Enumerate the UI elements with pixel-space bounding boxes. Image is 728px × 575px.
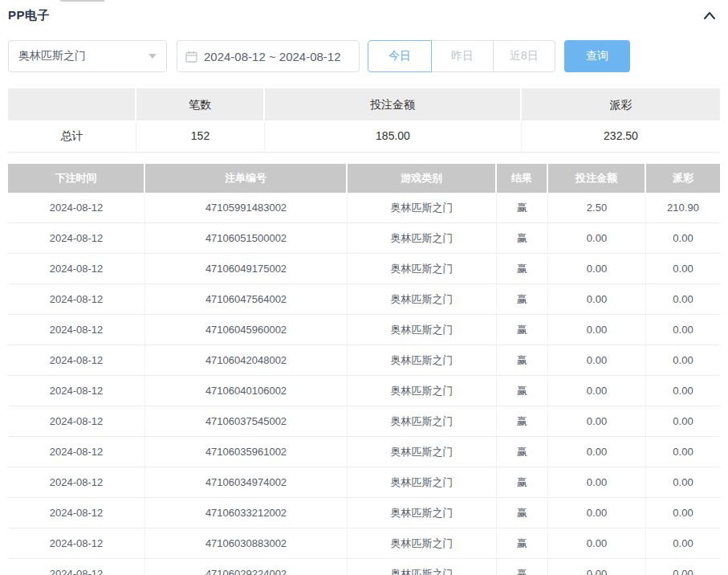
cell-bet-amount: 0.00 xyxy=(548,315,646,345)
today-button[interactable]: 今日 xyxy=(368,40,432,72)
cell-payout: 0.00 xyxy=(646,345,720,376)
cell-bet-amount: 0.00 xyxy=(548,406,646,437)
cell-bet-amount: 0.00 xyxy=(548,345,646,376)
cell-payout: 0.00 xyxy=(646,315,720,345)
caret-down-icon xyxy=(148,54,157,59)
cell-result: 赢 xyxy=(497,376,548,406)
col-bet-id: 注单编号 xyxy=(145,164,348,193)
cell-result: 赢 xyxy=(497,223,548,254)
filter-bar: 奥林匹斯之门 2024-08-12 ~ 2024-08-12 今日 昨日 近8日… xyxy=(8,40,720,72)
bet-records-table: 下注时间 注单编号 游戏类别 结果 投注金额 派彩 2024-08-12 471… xyxy=(8,164,720,575)
summary-total-payout: 232.50 xyxy=(522,120,720,153)
table-row: 2024-08-12 47106045960002 奥林匹斯之门 赢 0.00 … xyxy=(8,315,720,345)
cell-bet-time: 2024-08-12 xyxy=(8,345,145,376)
col-game-type: 游戏类别 xyxy=(348,164,497,193)
table-row: 2024-08-12 47105991483002 奥林匹斯之门 赢 2.50 … xyxy=(8,193,720,223)
cell-payout: 210.90 xyxy=(646,193,720,223)
cell-bet-time: 2024-08-12 xyxy=(8,193,145,223)
cell-game-type: 奥林匹斯之门 xyxy=(348,528,497,559)
cell-bet-id: 47106037545002 xyxy=(145,406,348,437)
cell-bet-time: 2024-08-12 xyxy=(8,315,145,345)
game-select[interactable]: 奥林匹斯之门 xyxy=(8,40,167,72)
cell-bet-id: 47105991483002 xyxy=(145,193,348,223)
table-row: 2024-08-12 47106033212002 奥林匹斯之门 赢 0.00 … xyxy=(8,498,720,528)
cell-payout: 0.00 xyxy=(646,437,720,467)
cell-payout: 0.00 xyxy=(646,223,720,254)
cell-bet-id: 47106040106002 xyxy=(145,376,348,406)
panel-header: PP电子 xyxy=(8,0,720,23)
table-row: 2024-08-12 47106049175002 奥林匹斯之门 赢 0.00 … xyxy=(8,254,720,284)
cell-bet-amount: 0.00 xyxy=(548,498,646,528)
col-payout: 派彩 xyxy=(646,164,720,193)
yesterday-button[interactable]: 昨日 xyxy=(431,40,494,72)
game-select-value: 奥林匹斯之门 xyxy=(18,49,86,63)
cell-result: 赢 xyxy=(497,528,548,559)
cell-payout: 0.00 xyxy=(646,284,720,315)
col-bet-amount: 投注金额 xyxy=(548,164,646,193)
bet-table-body: 2024-08-12 47105991483002 奥林匹斯之门 赢 2.50 … xyxy=(8,193,720,575)
viewport-artifact xyxy=(60,0,104,2)
summary-table: 笔数 投注金额 派彩 总计 152 185.00 232.50 xyxy=(8,88,720,153)
cell-payout: 0.00 xyxy=(646,559,720,575)
cell-result: 赢 xyxy=(497,498,548,528)
cell-result: 赢 xyxy=(497,406,548,437)
table-row: 2024-08-12 47106051500002 奥林匹斯之门 赢 0.00 … xyxy=(8,223,720,254)
calendar-icon xyxy=(185,51,204,63)
cell-result: 赢 xyxy=(497,284,548,315)
table-row: 2024-08-12 47106034974002 奥林匹斯之门 赢 0.00 … xyxy=(8,467,720,498)
cell-game-type: 奥林匹斯之门 xyxy=(348,223,497,254)
cell-bet-id: 47106035961002 xyxy=(145,437,348,467)
summary-total-row: 总计 152 185.00 232.50 xyxy=(8,120,720,153)
cell-bet-time: 2024-08-12 xyxy=(8,437,145,467)
cell-bet-amount: 0.00 xyxy=(548,559,646,575)
cell-bet-time: 2024-08-12 xyxy=(8,406,145,437)
cell-bet-time: 2024-08-12 xyxy=(8,498,145,528)
cell-bet-time: 2024-08-12 xyxy=(8,528,145,559)
cell-result: 赢 xyxy=(497,345,548,376)
search-button[interactable]: 查询 xyxy=(564,40,630,72)
summary-header-payout: 派彩 xyxy=(522,88,720,120)
summary-total-count: 152 xyxy=(136,120,265,153)
cell-game-type: 奥林匹斯之门 xyxy=(348,254,497,284)
cell-result: 赢 xyxy=(497,437,548,467)
summary-header-bet-amount: 投注金额 xyxy=(265,88,522,120)
collapse-button[interactable] xyxy=(702,10,717,22)
cell-bet-id: 47106033212002 xyxy=(145,498,348,528)
table-row: 2024-08-12 47106037545002 奥林匹斯之门 赢 0.00 … xyxy=(8,406,720,437)
quick-range-group: 今日 昨日 近8日 xyxy=(368,40,555,72)
cell-bet-id: 47106049175002 xyxy=(145,254,348,284)
pp-electronic-panel: PP电子 奥林匹斯之门 2024-08-12 ~ 2024-08-12 xyxy=(0,0,728,575)
cell-bet-id: 47106045960002 xyxy=(145,315,348,345)
cell-game-type: 奥林匹斯之门 xyxy=(348,315,497,345)
cell-payout: 0.00 xyxy=(646,376,720,406)
table-row: 2024-08-12 47106040106002 奥林匹斯之门 赢 0.00 … xyxy=(8,376,720,406)
cell-payout: 0.00 xyxy=(646,254,720,284)
cell-bet-id: 47106047564002 xyxy=(145,284,348,315)
cell-result: 赢 xyxy=(497,315,548,345)
table-row: 2024-08-12 47106035961002 奥林匹斯之门 赢 0.00 … xyxy=(8,437,720,467)
date-range-picker[interactable]: 2024-08-12 ~ 2024-08-12 xyxy=(177,40,360,72)
cell-bet-time: 2024-08-12 xyxy=(8,223,145,254)
summary-header-empty xyxy=(8,88,136,120)
cell-bet-time: 2024-08-12 xyxy=(8,254,145,284)
cell-result: 赢 xyxy=(497,559,548,575)
cell-bet-amount: 0.00 xyxy=(548,223,646,254)
table-row: 2024-08-12 47106030883002 奥林匹斯之门 赢 0.00 … xyxy=(8,528,720,559)
cell-bet-amount: 0.00 xyxy=(548,467,646,498)
cell-game-type: 奥林匹斯之门 xyxy=(348,559,497,575)
cell-bet-id: 47106034974002 xyxy=(145,467,348,498)
table-row: 2024-08-12 47106029224002 奥林匹斯之门 赢 0.00 … xyxy=(8,559,720,575)
cell-bet-id: 47106030883002 xyxy=(145,528,348,559)
cell-bet-time: 2024-08-12 xyxy=(8,467,145,498)
cell-bet-id: 47106029224002 xyxy=(145,559,348,575)
cell-payout: 0.00 xyxy=(646,498,720,528)
summary-header-count: 笔数 xyxy=(136,88,265,120)
cell-bet-amount: 0.00 xyxy=(548,528,646,559)
cell-bet-amount: 0.00 xyxy=(548,376,646,406)
cell-result: 赢 xyxy=(497,467,548,498)
cell-game-type: 奥林匹斯之门 xyxy=(348,284,497,315)
cell-bet-amount: 2.50 xyxy=(548,193,646,223)
last8days-button[interactable]: 近8日 xyxy=(493,40,555,72)
cell-payout: 0.00 xyxy=(646,528,720,559)
page-title: PP电子 xyxy=(8,8,50,23)
